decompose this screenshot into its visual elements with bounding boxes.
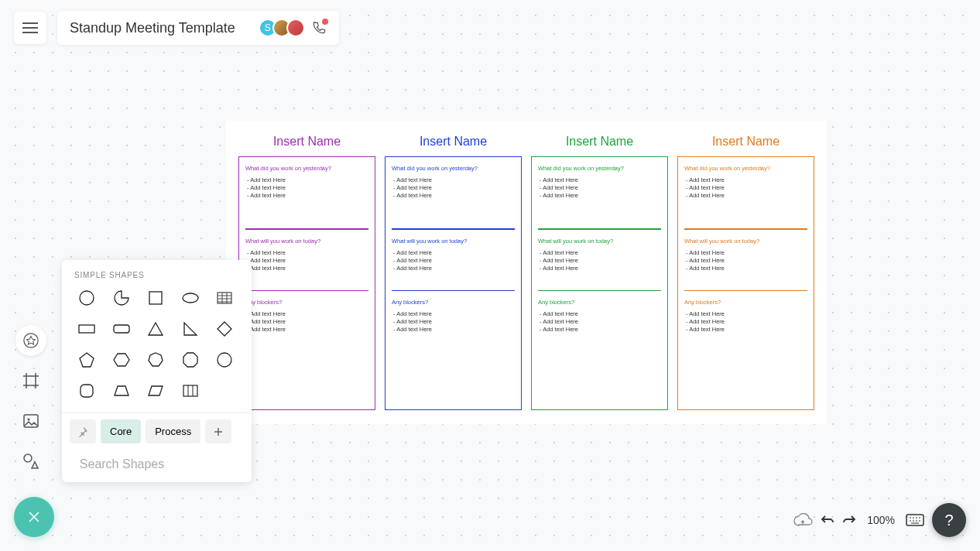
list-item[interactable]: - Add text Here bbox=[684, 257, 807, 264]
section-items[interactable]: - Add text Here- Add text Here- Add text… bbox=[245, 310, 368, 333]
list-item[interactable]: - Add text Here bbox=[392, 310, 515, 317]
section-question[interactable]: What did you work on yesterday? bbox=[245, 165, 368, 172]
list-item[interactable]: - Add text Here bbox=[245, 310, 368, 317]
shape-arc[interactable] bbox=[109, 287, 134, 309]
list-item[interactable]: - Add text Here bbox=[392, 326, 515, 333]
column-title[interactable]: Insert Name bbox=[385, 135, 522, 149]
list-item[interactable]: - Add text Here bbox=[245, 176, 368, 183]
shape-rounded-square[interactable] bbox=[74, 380, 99, 402]
section-items[interactable]: - Add text Here- Add text Here- Add text… bbox=[392, 310, 515, 333]
list-item[interactable]: - Add text Here bbox=[392, 318, 515, 325]
section-items[interactable]: - Add text Here- Add text Here- Add text… bbox=[392, 249, 515, 272]
section-question[interactable]: Any blockers? bbox=[392, 299, 515, 306]
list-item[interactable]: - Add text Here bbox=[392, 176, 515, 183]
section-items[interactable]: - Add text Here- Add text Here- Add text… bbox=[684, 249, 807, 272]
list-item[interactable]: - Add text Here bbox=[245, 318, 368, 325]
list-item[interactable]: - Add text Here bbox=[245, 249, 368, 256]
section-question[interactable]: What will you work on today? bbox=[245, 238, 368, 245]
section-items[interactable]: - Add text Here- Add text Here- Add text… bbox=[684, 310, 807, 333]
shapes-library-tool[interactable] bbox=[15, 446, 46, 477]
list-item[interactable]: - Add text Here bbox=[245, 257, 368, 264]
section-question[interactable]: What will you work on today? bbox=[392, 238, 515, 245]
tab-process[interactable]: Process bbox=[146, 419, 200, 443]
list-item[interactable]: - Add text Here bbox=[684, 192, 807, 199]
shapes-tool[interactable] bbox=[15, 325, 46, 356]
column-box[interactable]: What did you work on yesterday?- Add tex… bbox=[677, 156, 814, 410]
tab-core[interactable]: Core bbox=[101, 419, 141, 443]
redo-button[interactable] bbox=[842, 514, 856, 526]
shape-ellipse[interactable] bbox=[178, 287, 203, 309]
pin-tab[interactable] bbox=[70, 419, 96, 443]
list-item[interactable]: - Add text Here bbox=[392, 257, 515, 264]
list-item[interactable]: - Add text Here bbox=[684, 326, 807, 333]
list-item[interactable]: - Add text Here bbox=[538, 265, 661, 272]
cloud-sync-button[interactable] bbox=[793, 513, 813, 527]
shape-rectangle[interactable] bbox=[74, 318, 99, 340]
close-panel-button[interactable] bbox=[14, 497, 54, 537]
list-item[interactable]: - Add text Here bbox=[538, 176, 661, 183]
shape-heptagon[interactable] bbox=[143, 349, 168, 371]
collaborator-avatars[interactable]: S bbox=[259, 19, 327, 37]
shape-right-triangle[interactable] bbox=[178, 318, 203, 340]
section-question[interactable]: What will you work on today? bbox=[684, 238, 807, 245]
frame-tool[interactable] bbox=[15, 365, 46, 396]
standup-column-2[interactable]: Insert NameWhat did you work on yesterda… bbox=[531, 135, 668, 410]
section-items[interactable]: - Add text Here- Add text Here- Add text… bbox=[684, 176, 807, 199]
section-items[interactable]: - Add text Here- Add text Here- Add text… bbox=[538, 249, 661, 272]
standup-column-3[interactable]: Insert NameWhat did you work on yesterda… bbox=[677, 135, 814, 410]
shape-square[interactable] bbox=[143, 287, 168, 309]
section-question[interactable]: What did you work on yesterday? bbox=[684, 165, 807, 172]
call-button[interactable] bbox=[311, 20, 327, 36]
list-item[interactable]: - Add text Here bbox=[538, 318, 661, 325]
list-item[interactable]: - Add text Here bbox=[392, 184, 515, 191]
help-button[interactable]: ? bbox=[932, 503, 966, 537]
search-shapes-input[interactable] bbox=[80, 457, 235, 471]
list-item[interactable]: - Add text Here bbox=[538, 257, 661, 264]
shape-circle-2[interactable] bbox=[212, 349, 237, 371]
list-item[interactable]: - Add text Here bbox=[684, 176, 807, 183]
add-tab[interactable] bbox=[205, 419, 231, 443]
column-title[interactable]: Insert Name bbox=[677, 135, 814, 149]
undo-button[interactable] bbox=[821, 514, 834, 526]
section-question[interactable]: Any blockers? bbox=[245, 299, 368, 306]
list-item[interactable]: - Add text Here bbox=[538, 310, 661, 317]
shape-pentagon[interactable] bbox=[74, 349, 99, 371]
section-question[interactable]: Any blockers? bbox=[684, 299, 807, 306]
section-items[interactable]: - Add text Here- Add text Here- Add text… bbox=[392, 176, 515, 199]
shape-rounded-rectangle[interactable] bbox=[109, 318, 134, 340]
shape-table[interactable] bbox=[212, 287, 237, 309]
section-items[interactable]: - Add text Here- Add text Here- Add text… bbox=[538, 310, 661, 333]
image-tool[interactable] bbox=[15, 406, 46, 436]
column-box[interactable]: What did you work on yesterday?- Add tex… bbox=[531, 156, 668, 410]
list-item[interactable]: - Add text Here bbox=[684, 249, 807, 256]
shape-triangle[interactable] bbox=[143, 318, 168, 340]
list-item[interactable]: - Add text Here bbox=[538, 184, 661, 191]
column-title[interactable]: Insert Name bbox=[238, 135, 375, 149]
list-item[interactable]: - Add text Here bbox=[392, 249, 515, 256]
section-items[interactable]: - Add text Here- Add text Here- Add text… bbox=[245, 176, 368, 199]
list-item[interactable]: - Add text Here bbox=[684, 184, 807, 191]
menu-button[interactable] bbox=[14, 12, 46, 44]
list-item[interactable]: - Add text Here bbox=[538, 192, 661, 199]
list-item[interactable]: - Add text Here bbox=[245, 184, 368, 191]
section-question[interactable]: What will you work on today? bbox=[538, 238, 661, 245]
keyboard-button[interactable] bbox=[906, 514, 924, 526]
shape-diamond[interactable] bbox=[212, 318, 237, 340]
standup-board[interactable]: Insert NameWhat did you work on yesterda… bbox=[226, 121, 827, 424]
list-item[interactable]: - Add text Here bbox=[245, 265, 368, 272]
section-question[interactable]: Any blockers? bbox=[538, 299, 661, 306]
shape-hexagon[interactable] bbox=[109, 349, 134, 371]
section-items[interactable]: - Add text Here- Add text Here- Add text… bbox=[245, 249, 368, 272]
list-item[interactable]: - Add text Here bbox=[392, 265, 515, 272]
section-question[interactable]: What did you work on yesterday? bbox=[392, 165, 515, 172]
column-box[interactable]: What did you work on yesterday?- Add tex… bbox=[238, 156, 375, 410]
list-item[interactable]: - Add text Here bbox=[245, 192, 368, 199]
shape-grid[interactable] bbox=[178, 380, 203, 402]
list-item[interactable]: - Add text Here bbox=[538, 249, 661, 256]
standup-column-1[interactable]: Insert NameWhat did you work on yesterda… bbox=[385, 135, 522, 410]
shape-octagon[interactable] bbox=[178, 349, 203, 371]
list-item[interactable]: - Add text Here bbox=[684, 318, 807, 325]
list-item[interactable]: - Add text Here bbox=[392, 192, 515, 199]
shape-parallelogram[interactable] bbox=[143, 380, 168, 402]
section-question[interactable]: What did you work on yesterday? bbox=[538, 165, 661, 172]
